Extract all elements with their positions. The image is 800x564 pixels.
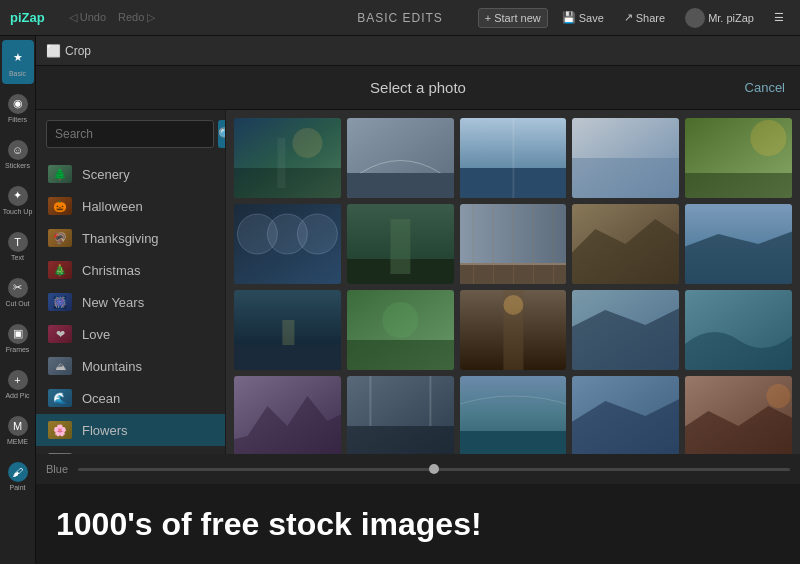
share-icon: ↗	[624, 11, 633, 24]
photo-thumb-4[interactable]	[572, 118, 679, 198]
photo-thumb-19[interactable]	[572, 376, 679, 454]
category-label-halloween: Halloween	[82, 199, 143, 214]
svg-point-39	[503, 295, 523, 315]
category-item-love[interactable]: ❤ Love	[36, 318, 225, 350]
cancel-button[interactable]: Cancel	[745, 80, 785, 95]
photo-thumb-6[interactable]	[234, 204, 341, 284]
photo-thumb-20[interactable]	[685, 376, 792, 454]
svg-rect-10	[572, 158, 679, 198]
left-panel: ★ Basic ◉ Filters ☺ Stickers ✦ Touch Up …	[0, 36, 36, 564]
dialog-title: Select a photo	[370, 79, 466, 96]
undo-redo-group: ◁ Undo Redo ▷	[65, 9, 160, 26]
photo-thumb-11[interactable]	[234, 290, 341, 370]
svg-point-3	[292, 128, 322, 158]
photo-thumb-16[interactable]	[234, 376, 341, 454]
search-input[interactable]	[46, 120, 214, 148]
toolbar-actions: + Start new 💾 Save ↗ Share Mr. piZap ☰	[478, 5, 790, 31]
category-item-christmas[interactable]: 🎄 Christmas	[36, 254, 225, 286]
touchup-icon: ✦	[8, 186, 28, 206]
category-label-love: Love	[82, 327, 110, 342]
photo-thumb-7[interactable]	[347, 204, 454, 284]
slider-track[interactable]	[78, 468, 790, 471]
photo-thumb-1[interactable]	[234, 118, 341, 198]
sidebar-item-addpic[interactable]: + Add Pic	[2, 362, 34, 406]
save-icon: 💾	[562, 11, 576, 24]
photo-thumb-17[interactable]	[347, 376, 454, 454]
svg-rect-33	[282, 320, 294, 345]
photo-row-3	[234, 290, 792, 370]
category-label-newyears: New Years	[82, 295, 144, 310]
photo-row-1	[234, 118, 792, 198]
filters-icon: ◉	[8, 94, 28, 114]
sidebar-item-frames[interactable]: ▣ Frames	[2, 316, 34, 360]
save-button[interactable]: 💾 Save	[556, 8, 610, 27]
svg-point-12	[751, 120, 787, 156]
category-list: 🌲 Scenery 🎃 Halloween 🦃 Thanksgiving	[36, 158, 225, 454]
sidebar-item-text[interactable]: T Text	[2, 224, 34, 268]
search-container: 🔍	[36, 110, 225, 158]
category-item-scenery[interactable]: 🌲 Scenery	[36, 158, 225, 190]
user-menu-button[interactable]: Mr. piZap	[679, 5, 760, 31]
category-item-wedding[interactable]: 💍 Wedding	[36, 446, 225, 454]
photo-thumb-12[interactable]	[347, 290, 454, 370]
promo-text: 1000's of free stock images!	[56, 506, 482, 543]
crop-button[interactable]: ⬜ Crop	[46, 44, 91, 58]
photo-thumb-2[interactable]	[347, 118, 454, 198]
photo-thumb-14[interactable]	[572, 290, 679, 370]
hamburger-menu-button[interactable]: ☰	[768, 8, 790, 27]
sidebar-item-cutout[interactable]: ✂ Cut Out	[2, 270, 34, 314]
sidebar-item-meme[interactable]: M MEME	[2, 408, 34, 452]
sidebar-item-touchup[interactable]: ✦ Touch Up	[2, 178, 34, 222]
meme-icon: M	[8, 416, 28, 436]
toolbar: piZap ◁ Undo Redo ▷ BASIC EDITS + Start …	[0, 0, 800, 36]
photo-thumb-13[interactable]	[460, 290, 567, 370]
photo-thumb-9[interactable]	[572, 204, 679, 284]
photo-thumb-3[interactable]	[460, 118, 567, 198]
photo-row-2	[234, 204, 792, 284]
category-item-thanksgiving[interactable]: 🦃 Thanksgiving	[36, 222, 225, 254]
category-item-mountains[interactable]: ⛰ Mountains	[36, 350, 225, 382]
category-sidebar: 🔍 🌲 Scenery 🎃 Halloween 🦃	[36, 110, 226, 454]
svg-rect-32	[234, 345, 341, 370]
svg-rect-2	[277, 138, 285, 188]
search-button[interactable]: 🔍	[218, 120, 226, 148]
content-area: ⬜ Crop Select a photo Cancel 🔍	[36, 36, 800, 564]
svg-rect-1	[234, 168, 341, 198]
category-label-flowers: Flowers	[82, 423, 128, 438]
slider-thumb[interactable]	[429, 464, 439, 474]
sidebar-item-paint[interactable]: 🖌 Paint	[2, 454, 34, 498]
category-label-thanksgiving: Thanksgiving	[82, 231, 159, 246]
category-item-newyears[interactable]: 🎆 New Years	[36, 286, 225, 318]
photo-thumb-18[interactable]	[460, 376, 567, 454]
addpic-icon: +	[8, 370, 28, 390]
undo-button[interactable]: ◁ Undo	[65, 9, 110, 26]
category-icon-newyears: 🎆	[48, 293, 72, 311]
category-icon-scenery: 🌲	[48, 165, 72, 183]
category-item-ocean[interactable]: 🌊 Ocean	[36, 382, 225, 414]
crop-icon: ⬜	[46, 44, 61, 58]
photo-thumb-8[interactable]	[460, 204, 567, 284]
dialog-body: 🔍 🌲 Scenery 🎃 Halloween 🦃	[36, 110, 800, 454]
category-icon-mountains: ⛰	[48, 357, 72, 375]
photo-thumb-5[interactable]	[685, 118, 792, 198]
search-icon: 🔍	[218, 127, 226, 142]
stickers-icon: ☺	[8, 140, 28, 160]
sidebar-item-basic[interactable]: ★ Basic	[2, 40, 34, 84]
photo-thumb-10[interactable]	[685, 204, 792, 284]
share-button[interactable]: ↗ Share	[618, 8, 671, 27]
logo-zap: Zap	[22, 10, 45, 25]
category-icon-christmas: 🎄	[48, 261, 72, 279]
category-icon-thanksgiving: 🦃	[48, 229, 72, 247]
sidebar-item-stickers[interactable]: ☺ Stickers	[2, 132, 34, 176]
toolbar-center-label: BASIC EDITS	[357, 11, 443, 25]
sidebar-item-filters[interactable]: ◉ Filters	[2, 86, 34, 130]
photo-thumb-15[interactable]	[685, 290, 792, 370]
category-icon-ocean: 🌊	[48, 389, 72, 407]
category-item-halloween[interactable]: 🎃 Halloween	[36, 190, 225, 222]
category-item-flowers[interactable]: 🌸 Flowers	[36, 414, 225, 446]
svg-rect-48	[460, 431, 567, 454]
frames-icon: ▣	[8, 324, 28, 344]
start-new-button[interactable]: + Start new	[478, 8, 548, 28]
slider-label: Blue	[46, 463, 68, 475]
redo-button[interactable]: Redo ▷	[114, 9, 159, 26]
